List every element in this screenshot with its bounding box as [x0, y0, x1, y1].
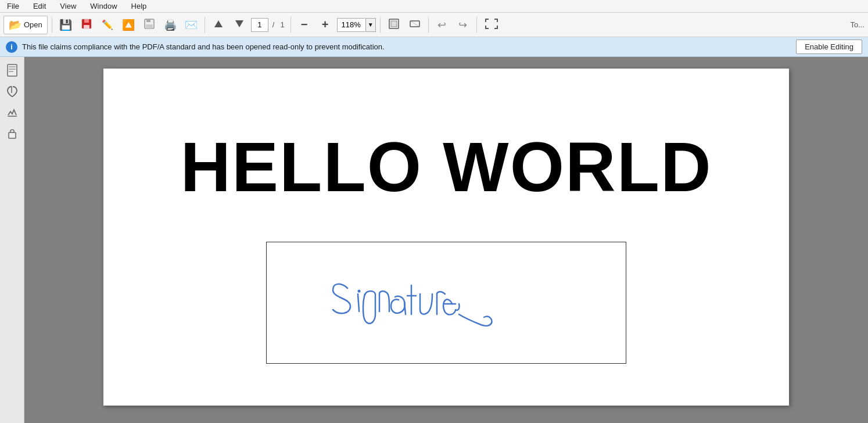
svg-line-11 — [410, 21, 419, 27]
zoom-in-button[interactable]: + — [316, 16, 335, 34]
page-total: 1 — [278, 20, 286, 29]
svg-rect-13 — [9, 66, 16, 67]
svg-rect-4 — [146, 19, 150, 22]
prev-page-button[interactable] — [209, 16, 228, 34]
open-button[interactable]: 📂 Open — [3, 16, 48, 34]
redo-icon: ↪ — [458, 19, 467, 31]
menu-view[interactable]: View — [58, 1, 78, 12]
save-red-button[interactable] — [77, 16, 96, 34]
menu-window[interactable]: Window — [88, 1, 119, 12]
save-red-icon — [80, 17, 93, 33]
zoom-input[interactable] — [337, 18, 365, 32]
left-sidebar — [0, 57, 24, 423]
pdf-viewer[interactable]: HELLO WORLD — [24, 57, 868, 423]
upload-button[interactable]: 🔼 — [119, 16, 138, 34]
svg-rect-17 — [9, 132, 16, 138]
save-icon: 💾 — [59, 19, 72, 31]
svg-rect-14 — [9, 69, 16, 70]
zoom-out-button[interactable]: − — [295, 16, 314, 34]
menu-help[interactable]: Help — [129, 1, 149, 12]
separator-2 — [205, 17, 205, 33]
redo-button[interactable]: ↪ — [454, 16, 472, 34]
menu-edit[interactable]: Edit — [31, 1, 48, 12]
signature-field — [266, 242, 626, 364]
menu-bar: File Edit View Window Help — [0, 0, 868, 13]
main-area: HELLO WORLD — [0, 57, 868, 423]
pdf-content-title: HELLO WORLD — [180, 127, 712, 207]
info-icon: i — [6, 41, 17, 53]
floppy-icon — [144, 18, 155, 32]
enable-editing-button[interactable]: Enable Editing — [796, 40, 862, 54]
fit-page-button[interactable] — [385, 16, 403, 34]
edit-button[interactable]: ✏️ — [98, 16, 117, 34]
svg-marker-7 — [235, 20, 243, 27]
folder-icon: 📂 — [9, 19, 21, 31]
toolbar-overflow-label: To... — [850, 20, 865, 29]
down-arrow-icon — [234, 19, 245, 31]
security-panel-icon[interactable] — [3, 124, 21, 142]
info-bar: i This file claims compliance with the P… — [0, 37, 868, 57]
print-icon: 🖨️ — [164, 19, 177, 31]
svg-rect-2 — [84, 25, 89, 28]
separator-1 — [52, 17, 52, 33]
menu-file[interactable]: File — [5, 1, 21, 12]
page-separator: / — [271, 20, 277, 29]
up-arrow-icon — [213, 19, 224, 31]
zoom-in-icon: + — [322, 18, 329, 31]
separator-3 — [290, 17, 291, 33]
toolbar: 📂 Open 💾 ✏️ 🔼 🖨️ ✉️ / 1 — [0, 13, 868, 37]
save-button[interactable]: 💾 — [56, 16, 75, 34]
open-label: Open — [24, 20, 42, 29]
signatures-panel-icon[interactable] — [3, 103, 21, 121]
svg-rect-1 — [84, 19, 89, 23]
fit-width-button[interactable] — [406, 16, 424, 34]
signature-image — [301, 256, 591, 349]
svg-point-18 — [358, 290, 361, 293]
page-number-input[interactable] — [251, 18, 268, 32]
pages-panel-icon[interactable] — [3, 62, 21, 79]
email-icon: ✉️ — [185, 19, 198, 31]
email-button[interactable]: ✉️ — [182, 16, 200, 34]
separator-6 — [476, 17, 477, 33]
floppy-button[interactable] — [140, 16, 159, 34]
undo-icon: ↩ — [437, 19, 446, 31]
zoom-dropdown-button[interactable]: ▼ — [365, 18, 376, 32]
info-message: This file claims compliance with the PDF… — [22, 42, 791, 51]
next-page-button[interactable] — [230, 16, 249, 34]
svg-rect-9 — [391, 21, 397, 27]
fullscreen-button[interactable] — [481, 16, 502, 34]
separator-4 — [380, 17, 381, 33]
svg-rect-5 — [146, 24, 153, 28]
zoom-control: ▼ — [337, 18, 376, 32]
fit-page-icon — [388, 18, 400, 32]
upload-icon: 🔼 — [122, 19, 135, 31]
fullscreen-icon — [485, 19, 498, 31]
fit-width-icon — [409, 18, 421, 32]
attachments-panel-icon[interactable] — [3, 83, 21, 100]
edit-icon: ✏️ — [102, 19, 113, 30]
pdf-page: HELLO WORLD — [103, 69, 789, 406]
svg-rect-15 — [9, 71, 13, 72]
separator-5 — [428, 17, 429, 33]
undo-button[interactable]: ↩ — [433, 16, 451, 34]
print-button[interactable]: 🖨️ — [161, 16, 180, 34]
zoom-out-icon: − — [301, 18, 308, 31]
svg-marker-6 — [214, 20, 223, 27]
